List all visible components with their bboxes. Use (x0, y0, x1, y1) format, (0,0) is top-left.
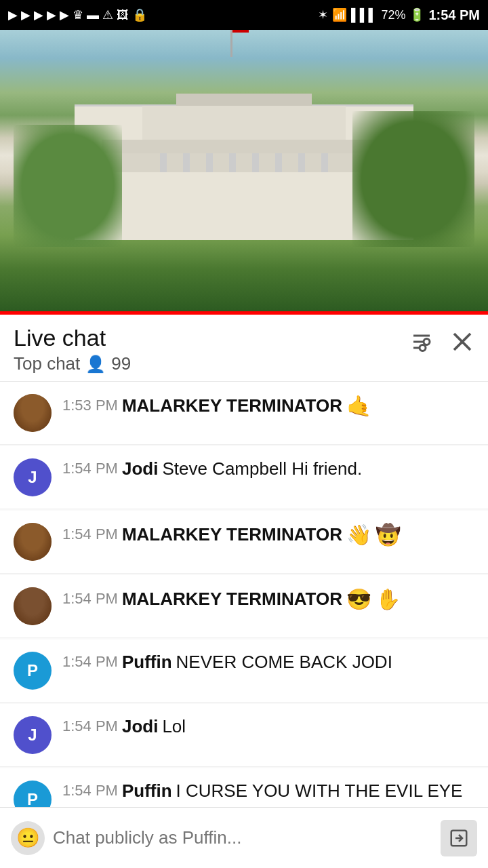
send-button[interactable] (441, 820, 477, 856)
message-content: 1:54 PMJodi Lol (62, 716, 474, 737)
video-player[interactable] (0, 30, 488, 315)
close-chat-button[interactable] (450, 330, 474, 354)
svg-point-4 (420, 345, 426, 351)
message-body: I CURSE YOU WITH THE EVIL EYE (176, 781, 463, 802)
svg-point-3 (424, 339, 430, 345)
message-sender: MALARKEY TERMINATOR (122, 589, 342, 610)
message-sender: MALARKEY TERMINATOR (122, 395, 342, 416)
message-sender: Puffin (122, 781, 172, 802)
chat-header: Live chat Top chat 👤 99 (0, 315, 488, 382)
message-text: 1:54 PMJodi Lol (62, 716, 474, 737)
message-content: 1:54 PMPuffin I CURSE YOU WITH THE EVIL … (62, 781, 474, 802)
message-content: 1:54 PMJodi Steve Campbell Hi friend. (62, 458, 474, 479)
wifi-icon: 📶 (332, 7, 347, 22)
message-body: Lol (162, 716, 186, 737)
viewers-icon: 👤 (85, 355, 106, 374)
chat-input-bar: 😐 (0, 807, 488, 868)
status-right-group: ✶ 📶 ▌▌▌ 72% 🔋 1:54 PM (318, 7, 480, 23)
battery-icon: 🔋 (409, 7, 424, 22)
message-sender: Jodi (122, 716, 158, 737)
avatar (14, 523, 52, 561)
list-item: J1:54 PMJodi Steve Campbell Hi friend. (0, 446, 488, 509)
list-item: 1:54 PMMALARKEY TERMINATOR😎✋ (0, 575, 488, 638)
message-emoji: 😎 (346, 587, 371, 611)
message-time: 1:54 PM (62, 526, 118, 543)
message-time: 1:53 PM (62, 397, 118, 414)
list-item: P1:54 PMPuffin NEVER COME BACK JODI (0, 639, 488, 703)
message-text: 1:54 PMMALARKEY TERMINATOR😎✋ (62, 587, 474, 611)
message-emoji: 👋 (346, 523, 371, 547)
list-item: J1:54 PMJodi Lol (0, 704, 488, 767)
message-content: 1:54 PMMALARKEY TERMINATOR👋🤠 (62, 523, 474, 547)
message-sender: MALARKEY TERMINATOR (122, 524, 342, 545)
message-content: 1:54 PMPuffin NEVER COME BACK JODI (62, 652, 474, 673)
message-text: 1:54 PMMALARKEY TERMINATOR👋🤠 (62, 523, 474, 547)
status-icons: ▶ ▶ ▶ ▶ ▶ ♛ ▬ ⚠ 🖼 🔒 (8, 7, 147, 22)
chat-subtitle: Top chat 👤 99 (14, 353, 131, 374)
message-text: 1:53 PMMALARKEY TERMINATOR🤙 (62, 394, 474, 418)
emoji-smile-icon: 😐 (16, 827, 40, 849)
list-item: 1:54 PMMALARKEY TERMINATOR👋🤠 (0, 511, 488, 574)
message-time: 1:54 PM (62, 460, 118, 477)
chat-header-actions (409, 326, 474, 354)
status-bar: ▶ ▶ ▶ ▶ ▶ ♛ ▬ ⚠ 🖼 🔒 ✶ 📶 ▌▌▌ 72% 🔋 1:54 P… (0, 0, 488, 30)
message-time: 1:54 PM (62, 717, 118, 735)
chat-header-info: Live chat Top chat 👤 99 (14, 326, 131, 374)
filter-button[interactable] (409, 330, 434, 354)
battery-percent: 72% (381, 8, 405, 22)
chat-messages-list: 1:53 PMMALARKEY TERMINATOR🤙J1:54 PMJodi … (0, 382, 488, 868)
video-progress-bar[interactable] (0, 311, 488, 315)
message-content: 1:54 PMMALARKEY TERMINATOR😎✋ (62, 587, 474, 611)
top-chat-label[interactable]: Top chat (14, 353, 80, 374)
avatar: J (14, 716, 52, 754)
viewers-count: 99 (111, 353, 131, 374)
live-chat-title: Live chat (14, 326, 131, 351)
message-time: 1:54 PM (62, 590, 118, 608)
avatar (14, 394, 52, 432)
avatar (14, 587, 52, 625)
message-emoji: ✋ (375, 587, 401, 611)
notification-icons: ▶ ▶ ▶ ▶ ▶ ♛ ▬ ⚠ 🖼 🔒 (8, 7, 147, 22)
signal-icon: ▌▌▌ (351, 8, 377, 22)
message-body: NEVER COME BACK JODI (176, 652, 392, 673)
clock: 1:54 PM (428, 7, 480, 23)
message-text: 1:54 PMPuffin NEVER COME BACK JODI (62, 652, 474, 673)
avatar: J (14, 458, 52, 496)
message-sender: Puffin (122, 652, 172, 673)
message-emoji: 🤠 (375, 523, 401, 547)
avatar: P (14, 652, 52, 690)
emoji-picker-button[interactable]: 😐 (11, 821, 45, 855)
bluetooth-icon: ✶ (318, 7, 328, 22)
message-time: 1:54 PM (62, 782, 118, 800)
message-emoji: 🤙 (346, 394, 371, 418)
message-time: 1:54 PM (62, 653, 118, 671)
message-content: 1:53 PMMALARKEY TERMINATOR🤙 (62, 394, 474, 418)
message-body: Steve Campbell Hi friend. (162, 458, 362, 479)
list-item: 1:53 PMMALARKEY TERMINATOR🤙 (0, 382, 488, 445)
message-sender: Jodi (122, 458, 158, 479)
message-text: 1:54 PMPuffin I CURSE YOU WITH THE EVIL … (62, 781, 474, 802)
message-text: 1:54 PMJodi Steve Campbell Hi friend. (62, 458, 474, 479)
chat-text-input[interactable] (53, 827, 432, 848)
